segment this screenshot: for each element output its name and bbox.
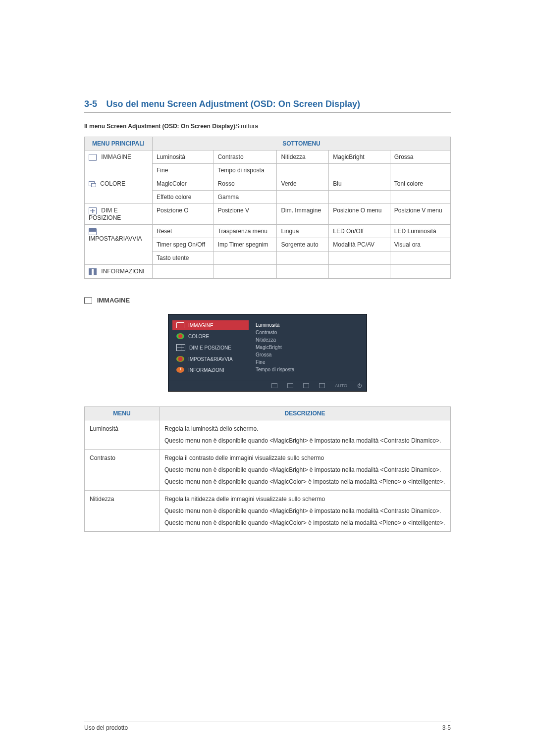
osd-sub-item: MagicBright bbox=[256, 344, 294, 351]
submenu-cell: Luminosità bbox=[153, 151, 214, 164]
osd-menu-info: INFORMAZIONI bbox=[172, 365, 249, 375]
desc-menu-cell: Nitidezza bbox=[85, 491, 160, 532]
osd-sub-item: Contrasto bbox=[256, 329, 294, 336]
info-icon bbox=[89, 268, 97, 275]
submenu-cell: Tasto utente bbox=[153, 251, 214, 264]
osd-sub-item: Nitidezza bbox=[256, 336, 294, 344]
pos-icon bbox=[89, 207, 97, 214]
color-icon bbox=[176, 333, 184, 339]
color-icon bbox=[89, 181, 96, 187]
osd-sub-item: Fine bbox=[256, 358, 294, 366]
submenu-cell: Toni colore bbox=[390, 177, 450, 191]
footer-right: 3-5 bbox=[442, 724, 451, 731]
submenu-cell: Dim. Immagine bbox=[277, 204, 329, 225]
section-title-immagine: IMMAGINE bbox=[84, 297, 451, 304]
menu-cell: INFORMAZIONI bbox=[85, 264, 153, 278]
picture-icon bbox=[176, 322, 184, 328]
osd-sub-item: Grossa bbox=[256, 351, 294, 358]
submenu-cell: Posizione V menu bbox=[390, 204, 450, 225]
desc-menu-cell: Contrasto bbox=[85, 450, 160, 491]
osd-menu-list: IMMAGINE COLORE DIM E POSIZIONE IMPOSTA&… bbox=[168, 314, 253, 381]
subtitle-bold: Il menu Screen Adjustment (OSD: On Scree… bbox=[84, 123, 235, 130]
osd-bottom-bar: AUTO ⏻ bbox=[168, 381, 367, 391]
submenu-cell bbox=[390, 264, 450, 278]
description-table: MENU DESCRIZIONE LuminositàRegola la lum… bbox=[84, 406, 451, 532]
submenu-cell: Effetto colore bbox=[153, 191, 214, 204]
osd-menu-posizione: DIM E POSIZIONE bbox=[172, 342, 249, 353]
osd-submenu-list: Luminosità Contrasto Nitidezza MagicBrig… bbox=[253, 314, 299, 381]
submenu-cell: Fine bbox=[153, 164, 214, 177]
osd-btn-icon bbox=[271, 383, 277, 388]
settings-icon bbox=[176, 356, 184, 362]
osd-btn-icon bbox=[303, 383, 309, 388]
submenu-cell: Verde bbox=[277, 177, 329, 191]
submenu-cell: LED Luminosità bbox=[390, 224, 450, 238]
info-icon bbox=[176, 367, 184, 373]
set-icon bbox=[89, 228, 97, 235]
submenu-cell bbox=[277, 264, 329, 278]
submenu-cell: Modalità PC/AV bbox=[329, 238, 390, 251]
desc-col-menu: MENU bbox=[85, 407, 160, 420]
osd-menu-imposta: IMPOSTA&RIAVVIA bbox=[172, 354, 249, 364]
submenu-cell bbox=[390, 164, 450, 177]
submenu-cell bbox=[329, 251, 390, 264]
desc-menu-cell: Luminosità bbox=[85, 420, 160, 450]
submenu-cell bbox=[277, 164, 329, 177]
submenu-cell: Sorgente auto bbox=[277, 238, 329, 251]
submenu-cell: MagicColor bbox=[153, 177, 214, 191]
submenu-cell bbox=[329, 191, 390, 204]
submenu-cell: Trasparenza menu bbox=[214, 224, 277, 238]
submenu-cell bbox=[214, 251, 277, 264]
submenu-cell: MagicBright bbox=[329, 151, 390, 164]
section-title-text: IMMAGINE bbox=[97, 297, 130, 304]
heading-title: Uso del menu Screen Adjustment (OSD: On … bbox=[106, 99, 360, 109]
submenu-cell bbox=[277, 191, 329, 204]
submenu-cell: LED On/Off bbox=[329, 224, 390, 238]
osd-sub-item: Tempo di risposta bbox=[256, 366, 294, 373]
subtitle-rest: Struttura bbox=[235, 123, 258, 130]
osd-menu-immagine: IMMAGINE bbox=[172, 320, 249, 330]
subtitle: Il menu Screen Adjustment (OSD: On Scree… bbox=[84, 123, 451, 130]
submenu-cell: Contrasto bbox=[214, 151, 277, 164]
footer-left: Uso del prodotto bbox=[84, 724, 128, 731]
submenu-cell bbox=[390, 191, 450, 204]
osd-sub-item: Luminosità bbox=[256, 321, 294, 329]
submenu-cell: Visual ora bbox=[390, 238, 450, 251]
menu-structure-table: MENU PRINCIPALI SOTTOMENU IMMAGINELumino… bbox=[84, 137, 451, 279]
submenu-cell: Posizione O menu bbox=[329, 204, 390, 225]
col-header-submenu: SOTTOMENU bbox=[153, 137, 451, 151]
submenu-cell: Timer speg On/Off bbox=[153, 238, 214, 251]
submenu-cell: Gamma bbox=[214, 191, 277, 204]
osd-btn-auto: AUTO bbox=[335, 383, 347, 388]
desc-text-cell: Regola la luminosità dello schermo.Quest… bbox=[160, 420, 451, 450]
submenu-cell: Imp Timer spegnim bbox=[214, 238, 277, 251]
submenu-cell: Posizione V bbox=[214, 204, 277, 225]
submenu-cell: Blu bbox=[329, 177, 390, 191]
submenu-cell bbox=[277, 251, 329, 264]
osd-btn-icon bbox=[319, 383, 325, 388]
col-header-menu: MENU PRINCIPALI bbox=[85, 137, 153, 151]
rect-icon bbox=[89, 154, 97, 161]
menu-cell: IMMAGINE bbox=[85, 151, 153, 177]
submenu-cell: Grossa bbox=[390, 151, 450, 164]
submenu-cell: Rosso bbox=[214, 177, 277, 191]
osd-btn-power: ⏻ bbox=[357, 383, 362, 388]
osd-btn-icon bbox=[287, 383, 293, 388]
menu-cell: IMPOSTA&RIAVVIA bbox=[85, 224, 153, 264]
submenu-cell bbox=[390, 251, 450, 264]
submenu-cell: Nitidezza bbox=[277, 151, 329, 164]
osd-menu-colore: COLORE bbox=[172, 331, 249, 341]
heading-number: 3-5 bbox=[84, 99, 97, 109]
submenu-cell: Posizione O bbox=[153, 204, 214, 225]
osd-screenshot: IMMAGINE COLORE DIM E POSIZIONE IMPOSTA&… bbox=[168, 314, 367, 392]
submenu-cell: Lingua bbox=[277, 224, 329, 238]
desc-text-cell: Regola la nitidezza delle immagini visua… bbox=[160, 491, 451, 532]
position-icon bbox=[176, 344, 185, 351]
rect-icon bbox=[84, 297, 92, 304]
submenu-cell bbox=[153, 264, 214, 278]
submenu-cell: Tempo di risposta bbox=[214, 164, 277, 177]
submenu-cell: Reset bbox=[153, 224, 214, 238]
submenu-cell bbox=[329, 264, 390, 278]
page-heading: 3-5 Uso del menu Screen Adjustment (OSD:… bbox=[84, 99, 451, 113]
menu-cell: COLORE bbox=[85, 177, 153, 204]
